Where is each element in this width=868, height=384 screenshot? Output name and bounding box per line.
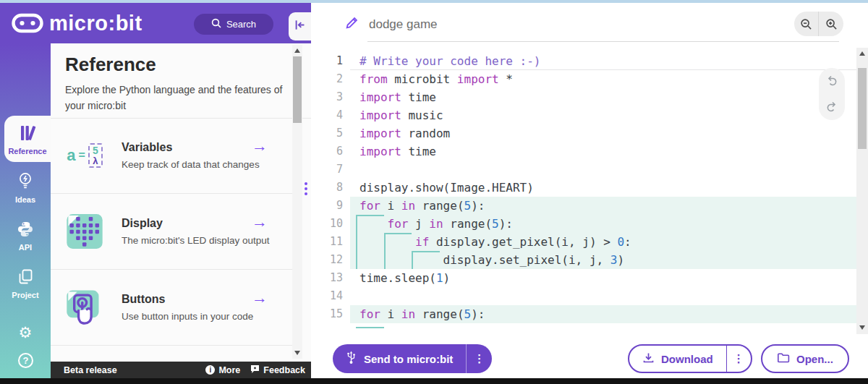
indent-guide [356, 251, 357, 269]
beta-release-bar: Beta release i More Feedback [51, 362, 311, 378]
microbit-python-editor: micro:bit Search ReferenceIdeasAPIProjec… [0, 0, 868, 384]
project-name[interactable]: dodge game [369, 17, 438, 32]
feedback-bubble-icon [250, 364, 260, 376]
download-icon [642, 351, 655, 366]
scrollbar-thumb[interactable] [293, 56, 302, 123]
scroll-up-icon[interactable] [859, 51, 865, 56]
line-number: 15 [311, 305, 350, 323]
zoom-in-button[interactable] [819, 12, 843, 36]
send-more-options-icon[interactable]: ⋮ [466, 344, 492, 373]
settings-gear-icon[interactable]: ⚙ [0, 324, 51, 341]
scroll-down-icon[interactable] [294, 351, 300, 355]
code-area[interactable]: 1# Write your code here :-)2from microbi… [311, 48, 856, 334]
indent-guide [384, 233, 412, 234]
code-line-text[interactable]: import random [350, 124, 856, 142]
sidebar: ReferenceIdeasAPIProject ⚙ ? [0, 43, 51, 378]
zoom-in-icon [825, 18, 838, 30]
card-buttons[interactable]: ButtonsUse button inputs in your code→ [51, 270, 302, 346]
arrow-right-icon: → [252, 289, 268, 307]
code-line-text[interactable]: # Write your code here :-) [350, 52, 856, 70]
card-variables[interactable]: a=5λVariablesKeep track of data that cha… [51, 118, 302, 194]
variables-icon: a=5λ [65, 136, 104, 175]
line-number: 11 [311, 233, 350, 251]
search-label: Search [226, 19, 256, 30]
collapse-sidebar-button[interactable] [289, 12, 311, 40]
code-line-text[interactable]: import time [350, 142, 856, 161]
code-line-text[interactable]: for i in range(5): [350, 197, 856, 215]
code-line: 9for i in range(5): [311, 197, 856, 215]
line-number: 14 [311, 287, 350, 305]
open-button[interactable]: Open... [761, 344, 849, 373]
code-line: 5import random [311, 124, 856, 142]
code-line-text[interactable]: import music [350, 106, 856, 124]
code-line-text[interactable] [350, 161, 856, 179]
line-number: 12 [311, 251, 350, 269]
scrollbar-thumb[interactable] [858, 68, 867, 149]
code-line-text[interactable]: import time [350, 88, 856, 106]
send-to-microbit-button[interactable]: Send to micro:bit ⋮ [333, 344, 492, 373]
card-display[interactable]: DisplayThe micro:bit's LED display outpu… [51, 194, 302, 270]
sidebar-item-reference[interactable]: Reference [4, 116, 51, 162]
indent-guide [412, 251, 413, 269]
code-line: 13time.sleep(1) [311, 269, 856, 287]
card-text: ButtonsUse button inputs in your code [122, 293, 253, 322]
code-line: 6import time [311, 142, 856, 161]
code-line-text[interactable]: if display.get_pixel(i, j) > 0: [350, 233, 856, 251]
beta-release-label: Beta release [64, 365, 117, 375]
code-line: 15for i in range(5): [311, 305, 856, 323]
scroll-down-icon[interactable] [859, 325, 865, 330]
sidebar-item-label: API [0, 243, 51, 252]
code-line: 2from microbit import * [311, 70, 856, 88]
panel-title: Reference [65, 54, 311, 76]
indent-guide [384, 251, 386, 269]
zoom-out-button[interactable] [794, 12, 819, 36]
undo-redo-controls [819, 68, 845, 120]
reference-scrollbar[interactable] [292, 45, 302, 359]
reference-panel: Reference Explore the Python language an… [51, 43, 311, 362]
line-number: 6 [311, 142, 350, 161]
card-title: Variables [122, 141, 260, 154]
indent-guide [356, 215, 384, 216]
sidebar-item-api[interactable]: API [0, 220, 51, 252]
undo-icon [825, 74, 838, 88]
line-number: 2 [311, 70, 350, 88]
indent-guide [356, 327, 384, 328]
search-button[interactable]: Search [194, 14, 273, 35]
card-text: VariablesKeep track of data that changes [122, 141, 260, 170]
code-line-text[interactable]: time.sleep(1) [350, 269, 856, 287]
reference-icon [18, 124, 37, 142]
redo-button[interactable] [819, 94, 845, 120]
sidebar-item-label: Project [0, 291, 51, 299]
code-line: 14 [311, 287, 856, 305]
brand-title: micro:bit [49, 12, 142, 35]
code-line-text[interactable]: display.show(Image.HEART) [350, 179, 856, 197]
code-line: 1# Write your code here :-) [311, 52, 856, 70]
code-scrollbar[interactable] [856, 48, 868, 334]
arrow-right-icon: → [252, 213, 268, 231]
panel-description: Explore the Python language and the feat… [65, 82, 295, 114]
code-line-text[interactable]: for i in range(5): [350, 305, 856, 323]
undo-button[interactable] [819, 68, 845, 94]
download-button[interactable]: Download ⋮ [628, 344, 752, 373]
more-link[interactable]: i More [205, 365, 240, 375]
code-line-text[interactable]: display.set_pixel(i, j, 3) [350, 251, 856, 269]
window-bottom-border [0, 378, 868, 384]
code-line-text[interactable]: for j in range(5): [350, 215, 856, 233]
api-icon [17, 220, 34, 239]
help-icon[interactable]: ? [18, 353, 33, 368]
sidebar-item-project[interactable]: Project [0, 268, 51, 299]
panel-resize-handle[interactable] [305, 182, 307, 195]
download-label: Download [661, 353, 713, 365]
edit-project-name-icon[interactable] [345, 16, 359, 33]
scroll-up-icon[interactable] [294, 48, 300, 53]
feedback-link[interactable]: Feedback [250, 364, 305, 376]
sidebar-item-ideas[interactable]: Ideas [0, 171, 51, 204]
download-more-options-icon[interactable]: ⋮ [726, 346, 751, 372]
code-line: 10 for j in range(5): [311, 215, 856, 233]
search-icon [211, 18, 221, 30]
redo-icon [825, 101, 838, 114]
code-line-text[interactable]: from microbit import * [350, 70, 856, 88]
ideas-icon [17, 171, 34, 190]
code-line-text[interactable] [350, 287, 856, 305]
open-label: Open... [796, 353, 833, 365]
